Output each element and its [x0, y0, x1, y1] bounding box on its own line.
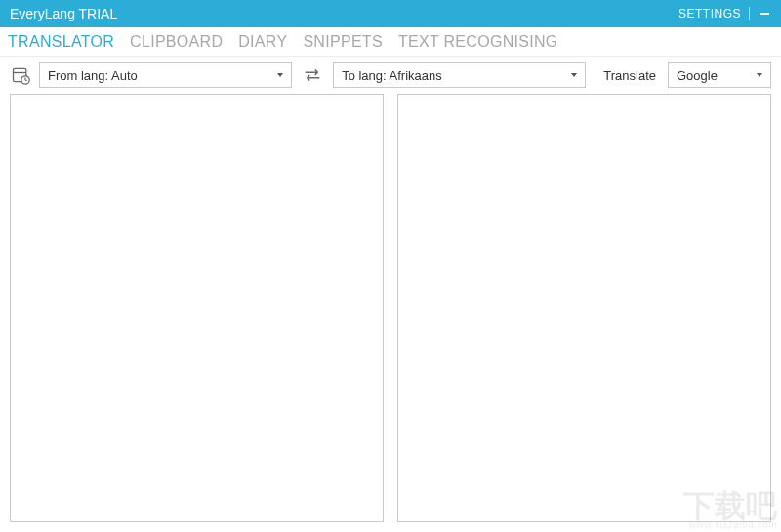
provider-dropdown[interactable]: Google [668, 62, 771, 88]
watermark-sub: www.xiazaiba.com [683, 519, 777, 530]
watermark-main: 下载吧 [683, 494, 777, 519]
to-lang-label: To lang: Afrikaans [342, 68, 442, 83]
target-text-area[interactable] [397, 94, 771, 522]
from-lang-dropdown[interactable]: From lang: Auto [39, 62, 292, 88]
watermark: 下载吧 www.xiazaiba.com [683, 494, 777, 530]
toolbar: From lang: Auto To lang: Afrikaans Trans… [0, 57, 781, 94]
titlebar-controls: SETTINGS [678, 7, 771, 20]
settings-link[interactable]: SETTINGS [678, 7, 741, 20]
titlebar-divider [749, 7, 750, 20]
chevron-down-icon [757, 73, 762, 77]
translate-label: Translate [603, 68, 656, 83]
tab-diary[interactable]: DIARY [238, 33, 287, 51]
app-title: EveryLang TRIAL [10, 6, 117, 21]
from-lang-label: From lang: Auto [48, 68, 138, 83]
history-icon[interactable] [10, 64, 31, 86]
provider-label: Google [677, 68, 718, 83]
chevron-down-icon [571, 73, 577, 77]
to-lang-dropdown[interactable]: To lang: Afrikaans [333, 62, 586, 88]
swap-languages-icon[interactable] [300, 64, 325, 86]
tab-clipboard[interactable]: CLIPBOARD [130, 33, 223, 51]
minimize-button[interactable] [758, 7, 771, 20]
tab-translator[interactable]: TRANSLATOR [8, 33, 114, 51]
chevron-down-icon [277, 73, 283, 77]
titlebar: EveryLang TRIAL SETTINGS [0, 0, 781, 27]
tab-text-recognising[interactable]: TEXT RECOGNISING [398, 33, 558, 51]
tab-snippets[interactable]: SNIPPETS [303, 33, 383, 51]
translation-panes [0, 94, 781, 532]
source-text-area[interactable] [10, 94, 384, 522]
tabs-bar: TRANSLATOR CLIPBOARD DIARY SNIPPETS TEXT… [0, 27, 781, 57]
